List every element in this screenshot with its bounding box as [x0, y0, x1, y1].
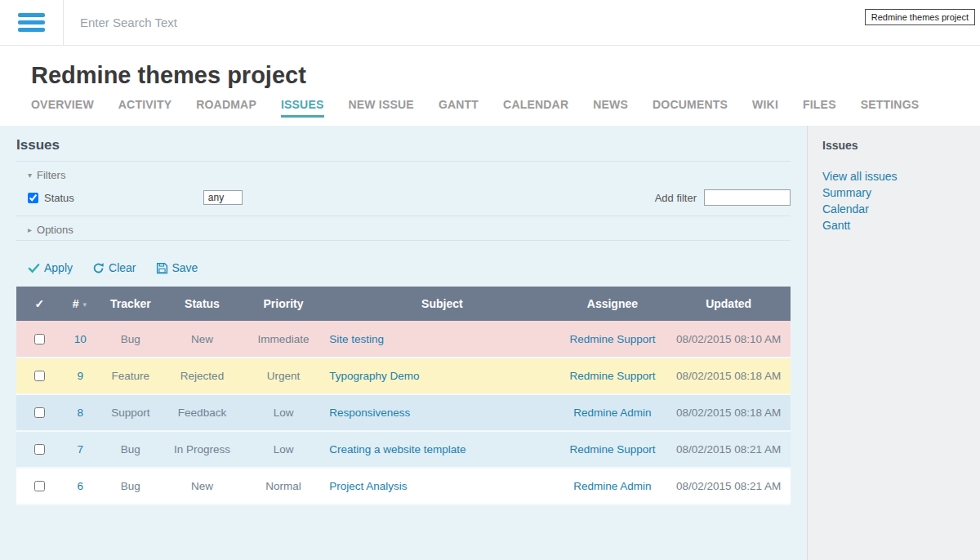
- status-operator-select[interactable]: any: [203, 190, 243, 205]
- check-icon: [28, 262, 40, 274]
- hamburger-bar: [18, 28, 45, 32]
- nav-tab-activity[interactable]: ACTIVITY: [118, 98, 172, 118]
- status-filter-row: Status any Add filter: [16, 185, 791, 216]
- nav-tab-wiki[interactable]: WIKI: [752, 98, 778, 118]
- issue-row: 9 Feature Rejected Urgent Typography Dem…: [16, 358, 791, 394]
- sidebar-title: Issues: [822, 139, 969, 152]
- issue-status: New: [163, 321, 241, 358]
- sidebar-link-calendar[interactable]: Calendar: [822, 201, 969, 217]
- add-filter-select[interactable]: [704, 189, 791, 206]
- issue-updated: 08/02/2015 08:21 AM: [666, 468, 791, 504]
- save-icon: [156, 262, 168, 274]
- issue-row: 8 Support Feedback Low Responsiveness Re…: [16, 394, 791, 431]
- table-header-row: ✓ #▼ Tracker Status Priority Subject Ass…: [16, 287, 791, 321]
- sidebar-link-gantt[interactable]: Gantt: [822, 217, 969, 233]
- nav-tab-issues[interactable]: ISSUES: [281, 98, 324, 118]
- issue-priority: Immediate: [241, 321, 326, 358]
- row-select-checkbox[interactable]: [34, 481, 45, 491]
- clear-button[interactable]: Clear: [92, 261, 136, 274]
- issue-tracker: Bug: [98, 321, 164, 358]
- issue-id-link[interactable]: 7: [77, 443, 83, 456]
- check-icon: ✓: [35, 297, 45, 310]
- issue-priority: Normal: [241, 468, 326, 504]
- page-title: Issues: [16, 137, 791, 153]
- nav-tab-roadmap[interactable]: ROADMAP: [196, 98, 256, 118]
- column-header-updated[interactable]: Updated: [666, 287, 791, 321]
- issue-id-link[interactable]: 6: [77, 480, 83, 492]
- project-jump-box[interactable]: Redmine themes project: [865, 9, 975, 25]
- issue-priority: Urgent: [241, 358, 326, 394]
- column-header-subject[interactable]: Subject: [326, 287, 558, 321]
- column-header-status[interactable]: Status: [163, 287, 241, 321]
- issue-assignee-link[interactable]: Redmine Admin: [573, 407, 651, 419]
- nav-tab-settings[interactable]: SETTINGS: [861, 98, 920, 118]
- row-select-checkbox[interactable]: [34, 407, 45, 418]
- refresh-icon: [92, 262, 105, 274]
- issue-status: In Progress: [163, 431, 241, 468]
- issue-tracker: Support: [98, 394, 164, 431]
- row-select-checkbox[interactable]: [34, 371, 45, 381]
- clear-label: Clear: [109, 261, 136, 274]
- project-nav: OVERVIEW ACTIVITY ROADMAP ISSUES NEW ISS…: [31, 98, 949, 126]
- apply-button[interactable]: Apply: [28, 261, 73, 274]
- issue-assignee-link[interactable]: Redmine Support: [569, 333, 655, 345]
- column-header-id[interactable]: #▼: [63, 287, 98, 321]
- row-select-checkbox[interactable]: [34, 444, 45, 455]
- save-label: Save: [172, 261, 198, 274]
- issue-id-link[interactable]: 9: [77, 370, 83, 382]
- topbar: Redmine themes project: [0, 0, 980, 46]
- issue-priority: Low: [241, 394, 326, 431]
- nav-tab-files[interactable]: FILES: [803, 98, 836, 118]
- nav-tab-news[interactable]: NEWS: [593, 98, 628, 118]
- issue-tracker: Bug: [98, 468, 164, 504]
- sort-desc-icon: ▼: [82, 301, 88, 309]
- divider: [16, 240, 791, 241]
- issue-assignee-link[interactable]: Redmine Support: [569, 443, 655, 456]
- nav-tab-documents[interactable]: DOCUMENTS: [653, 98, 728, 118]
- issue-id-link[interactable]: 8: [77, 407, 83, 419]
- issue-subject-link[interactable]: Creating a website template: [329, 443, 466, 456]
- content-row: Issues ▾ Filters Status any Add filter ▸…: [0, 126, 980, 560]
- nav-tab-overview[interactable]: OVERVIEW: [31, 98, 94, 118]
- search-input[interactable]: [78, 15, 421, 30]
- issue-row: 10 Bug New Immediate Site testing Redmin…: [16, 321, 791, 358]
- issue-row: 7 Bug In Progress Low Creating a website…: [16, 431, 791, 468]
- issue-status: Rejected: [163, 358, 241, 394]
- issue-priority: Low: [241, 431, 326, 468]
- column-header-tracker[interactable]: Tracker: [98, 287, 164, 321]
- issues-table: ✓ #▼ Tracker Status Priority Subject Ass…: [16, 287, 791, 505]
- column-header-id-label: #: [73, 297, 79, 310]
- nav-tab-gantt[interactable]: GANTT: [439, 98, 479, 118]
- hamburger-bar: [18, 20, 45, 24]
- triangle-down-icon: ▾: [28, 171, 32, 180]
- project-title: Redmine themes project: [31, 62, 949, 88]
- sidebar: Issues View all issues Summary Calendar …: [807, 126, 980, 560]
- issue-row: 6 Bug New Normal Project Analysis Redmin…: [16, 468, 791, 504]
- sidebar-link-summary[interactable]: Summary: [822, 184, 969, 201]
- options-toggle[interactable]: ▸ Options: [16, 216, 791, 240]
- row-select-checkbox[interactable]: [34, 334, 45, 344]
- issue-subject-link[interactable]: Typography Demo: [329, 370, 419, 382]
- nav-tab-new-issue[interactable]: NEW ISSUE: [349, 98, 414, 118]
- issue-updated: 08/02/2015 08:18 AM: [666, 394, 791, 431]
- column-header-priority[interactable]: Priority: [241, 287, 326, 321]
- select-all-header[interactable]: ✓: [16, 287, 63, 321]
- sidebar-link-view-all-issues[interactable]: View all issues: [822, 168, 969, 184]
- hamburger-menu-icon[interactable]: [0, 0, 64, 45]
- issue-assignee-link[interactable]: Redmine Support: [569, 370, 655, 382]
- actions-row: Apply Clear Save: [16, 261, 791, 274]
- nav-tab-calendar[interactable]: CALENDAR: [503, 98, 568, 118]
- options-label: Options: [37, 224, 74, 236]
- filters-toggle[interactable]: ▾ Filters: [16, 162, 791, 185]
- issue-status: Feedback: [163, 394, 241, 431]
- issue-status: New: [163, 468, 241, 504]
- status-filter-checkbox[interactable]: [28, 193, 38, 203]
- column-header-assignee[interactable]: Assignee: [559, 287, 667, 321]
- issue-id-link[interactable]: 10: [74, 333, 87, 345]
- save-button[interactable]: Save: [156, 261, 198, 274]
- hamburger-bar: [18, 13, 45, 17]
- issue-subject-link[interactable]: Responsiveness: [329, 407, 410, 419]
- issue-assignee-link[interactable]: Redmine Admin: [573, 480, 651, 492]
- issue-subject-link[interactable]: Site testing: [329, 333, 384, 345]
- issue-subject-link[interactable]: Project Analysis: [329, 480, 407, 492]
